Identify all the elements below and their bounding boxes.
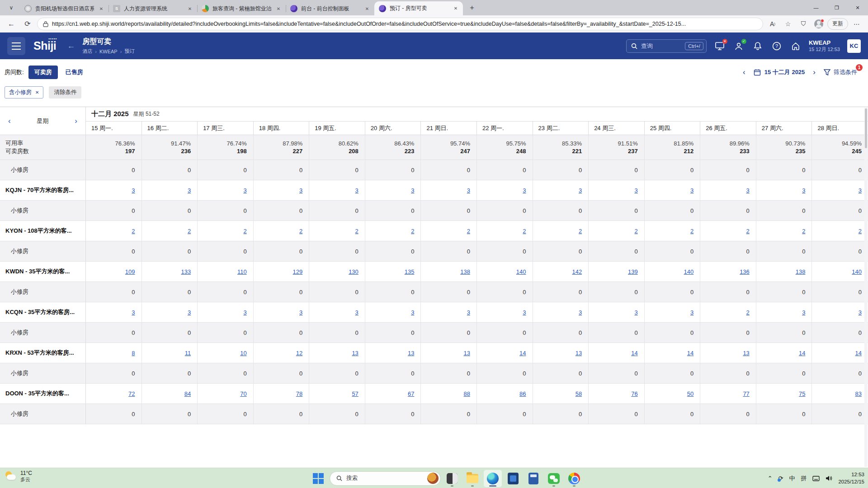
next-week-chevron-icon[interactable]: › — [75, 117, 77, 126]
room-availability-link[interactable]: 13 — [352, 350, 358, 357]
room-availability-link[interactable]: 78 — [296, 390, 302, 397]
room-availability-link[interactable]: 2 — [299, 228, 302, 235]
room-availability-link[interactable]: 135 — [405, 268, 415, 275]
tab-close-icon[interactable] — [98, 5, 105, 12]
room-availability-link[interactable]: 3 — [355, 309, 359, 316]
room-availability-link[interactable]: 138 — [460, 268, 470, 275]
room-availability-link[interactable]: 3 — [634, 309, 637, 316]
minimize-button[interactable]: — — [806, 0, 826, 15]
room-availability-link[interactable]: 3 — [299, 309, 302, 316]
start-button[interactable] — [309, 470, 327, 487]
room-availability-link[interactable]: 67 — [408, 390, 414, 397]
room-availability-link[interactable]: 77 — [743, 390, 749, 397]
room-availability-link[interactable]: 83 — [855, 390, 862, 397]
filter-conditions-button[interactable]: 筛选条件 1 — [824, 68, 857, 76]
room-availability-link[interactable]: 14 — [687, 350, 693, 357]
room-availability-link[interactable]: 3 — [579, 309, 582, 316]
room-availability-link[interactable]: 3 — [690, 309, 693, 316]
remove-chip-icon[interactable]: ✕ — [35, 90, 39, 95]
room-availability-link[interactable]: 3 — [299, 187, 302, 194]
room-availability-link[interactable]: 2 — [579, 228, 582, 235]
ime-mode-indicator[interactable]: 拼 — [801, 474, 807, 483]
room-availability-link[interactable]: 3 — [188, 309, 191, 316]
room-availability-link[interactable]: 76 — [631, 390, 637, 397]
room-availability-link[interactable]: 3 — [634, 187, 637, 194]
page-back-icon[interactable]: ← — [67, 41, 75, 51]
room-availability-link[interactable]: 12 — [296, 350, 302, 357]
room-availability-link[interactable]: 2 — [746, 228, 750, 235]
restore-button[interactable]: ❐ — [826, 0, 847, 15]
room-availability-link[interactable]: 13 — [743, 350, 749, 357]
home-button[interactable] — [790, 40, 802, 52]
main-menu-button[interactable] — [7, 37, 25, 55]
browser-tab-active[interactable]: 预订 - 房型可卖 — [374, 1, 463, 15]
room-availability-link[interactable]: 14 — [519, 350, 526, 357]
room-availability-link[interactable]: 3 — [243, 309, 246, 316]
favorite-star-icon[interactable]: ☆ — [781, 18, 795, 30]
photos-app-button[interactable] — [443, 470, 461, 487]
room-availability-link[interactable]: 140 — [852, 268, 862, 275]
room-availability-link[interactable]: 2 — [859, 228, 862, 235]
sold-rooms-toggle[interactable]: 已售房 — [60, 66, 89, 79]
room-availability-link[interactable]: 136 — [740, 268, 750, 275]
wechat-button[interactable] — [545, 470, 563, 487]
room-availability-link[interactable]: 140 — [684, 268, 694, 275]
row-label[interactable]: KQJN - 70平方米的客房... — [0, 180, 86, 200]
tab-search-chevron-icon[interactable]: ∨ — [5, 2, 18, 14]
breadcrumb-hotel[interactable]: 酒店 — [82, 48, 92, 55]
room-availability-link[interactable]: 58 — [576, 390, 582, 397]
room-availability-link[interactable]: 11 — [185, 350, 191, 357]
room-availability-link[interactable]: 8 — [132, 350, 135, 357]
room-availability-link[interactable]: 2 — [523, 228, 526, 235]
prev-date-chevron-icon[interactable]: ‹ — [743, 68, 745, 77]
room-availability-link[interactable]: 3 — [523, 187, 526, 194]
room-availability-link[interactable]: 2 — [411, 228, 414, 235]
notifications-button[interactable] — [752, 40, 764, 52]
room-availability-link[interactable]: 2 — [690, 228, 693, 235]
room-availability-link[interactable]: 110 — [237, 268, 247, 275]
row-label[interactable]: KWDN - 35平方米的客... — [0, 262, 86, 282]
room-availability-link[interactable]: 14 — [631, 350, 637, 357]
hidden-icons-chevron-icon[interactable]: ⌃ — [768, 475, 773, 482]
profile-avatar[interactable] — [812, 18, 826, 30]
address-bar[interactable]: https://cn1.web.ep.shiji.world/reports/a… — [37, 18, 763, 30]
room-availability-link[interactable]: 14 — [855, 350, 862, 357]
row-label[interactable]: DOON - 35平方米的客... — [0, 384, 86, 404]
room-availability-link[interactable]: 142 — [572, 268, 582, 275]
volume-icon[interactable] — [826, 475, 832, 481]
help-button[interactable]: ? — [771, 40, 783, 52]
read-aloud-icon[interactable]: A) — [766, 18, 779, 30]
room-availability-link[interactable]: 3 — [411, 187, 414, 194]
refresh-icon[interactable]: ⟳ — [21, 17, 34, 31]
room-availability-link[interactable]: 3 — [746, 187, 750, 194]
back-icon[interactable]: ← — [5, 17, 18, 31]
room-availability-link[interactable]: 138 — [796, 268, 806, 275]
room-availability-link[interactable]: 3 — [523, 309, 526, 316]
next-date-chevron-icon[interactable]: › — [813, 68, 816, 77]
app-store-button[interactable] — [504, 470, 522, 487]
room-availability-link[interactable]: 2 — [634, 228, 637, 235]
room-availability-link[interactable]: 3 — [859, 309, 862, 316]
room-availability-link[interactable]: 133 — [181, 268, 191, 275]
workstation-status-button[interactable]: ✕ — [714, 40, 726, 52]
minor-repair-chip[interactable]: 含小修房 ✕ — [5, 86, 43, 99]
touch-keyboard-icon[interactable] — [812, 476, 820, 481]
tab-close-icon[interactable] — [363, 5, 371, 12]
user-avatar[interactable]: KC — [847, 39, 861, 53]
scrollbar-thumb[interactable] — [865, 108, 867, 148]
room-availability-link[interactable]: 86 — [519, 390, 526, 397]
room-availability-link[interactable]: 3 — [411, 309, 414, 316]
room-availability-link[interactable]: 2 — [467, 228, 470, 235]
room-availability-link[interactable]: 3 — [859, 187, 862, 194]
room-availability-link[interactable]: 70 — [240, 390, 246, 397]
more-menu-icon[interactable]: ⋯ — [850, 18, 863, 30]
browser-tab-1[interactable]: 贵阳机场智选假日酒店系统网址与 — [20, 2, 108, 15]
taskbar-search-input[interactable]: 搜索 — [330, 471, 441, 486]
room-availability-link[interactable]: 3 — [132, 187, 135, 194]
date-picker[interactable]: 15 十二月 2025 — [754, 68, 805, 76]
edge-browser-button[interactable] — [484, 470, 502, 487]
new-tab-button[interactable]: ＋ — [466, 1, 478, 14]
row-label[interactable]: KCQN - 35平方米的客房... — [0, 302, 86, 322]
taskbar-clock[interactable]: 12:53 2025/12/15 — [838, 471, 864, 485]
browser-tab-2[interactable]: S 人力资源管理系统 — [108, 2, 197, 15]
